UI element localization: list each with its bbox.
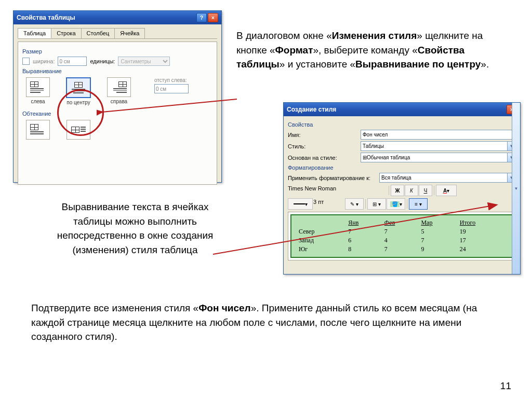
based-on-label: Основан на стиле: xyxy=(288,155,361,161)
align-group-label: Выравнивание xyxy=(22,68,212,74)
tab-cell[interactable]: Ячейка xyxy=(114,28,145,38)
table-icon xyxy=(74,82,83,88)
instruction-text-3: Подтвердите все изменения стиля «Фон чис… xyxy=(31,301,488,344)
tabs: Таблица Строка Столбец Ячейка xyxy=(18,28,217,39)
font-select[interactable]: Times New Roman▼ xyxy=(288,185,366,196)
help-icon[interactable]: ? xyxy=(196,13,207,22)
formatting-toolbar-2: ▾ 3 пт▼ ✎ ▾ ⊞ ▾ 🪣 ▾ ≡ ▾ xyxy=(288,198,516,210)
indent-input[interactable] xyxy=(154,84,189,93)
align-left-option[interactable]: слева xyxy=(22,77,54,104)
apply-to-label: Применить форматирование к: xyxy=(288,175,379,181)
formatting-toolbar-1: Times New Roman▼ ▼ Ж К Ч A ▾ xyxy=(288,185,516,196)
titlebar: Свойства таблицы ? × xyxy=(14,11,221,24)
borders-button[interactable]: ⊞ ▾ xyxy=(367,198,386,210)
tab-row[interactable]: Строка xyxy=(51,28,81,38)
wrap-group-label: Обтекание xyxy=(22,111,212,117)
width-label: ширина: xyxy=(33,58,55,64)
style-label: Стиль: xyxy=(288,143,361,149)
titlebar: Создание стиля × xyxy=(284,103,520,116)
format-group-label: Форматирование xyxy=(288,164,516,171)
italic-button[interactable]: К xyxy=(405,185,418,196)
close-icon[interactable]: × xyxy=(208,13,218,22)
units-select[interactable]: Сантиметры xyxy=(118,57,170,66)
width-checkbox[interactable] xyxy=(22,58,30,65)
cell-align-button[interactable]: ≡ ▾ xyxy=(409,198,428,210)
wrap-none-option[interactable] xyxy=(22,120,54,140)
apply-to-select[interactable]: Вся таблица▼ xyxy=(379,173,516,183)
preview-pane: Янв Фев Мар Итого Север77519 Запад64717 … xyxy=(288,212,516,260)
chevron-down-icon: ▼ xyxy=(512,103,520,274)
table-icon xyxy=(30,81,38,87)
tab-column[interactable]: Столбец xyxy=(81,28,115,38)
instruction-text-1: В диалоговом окне «Изменения стиля» щелк… xyxy=(236,29,512,72)
font-color-button[interactable]: A ▾ xyxy=(436,185,457,196)
border-color-button[interactable]: ✎ ▾ xyxy=(345,198,364,210)
size-select[interactable]: ▼ xyxy=(366,185,387,196)
size-group-label: Размер xyxy=(22,48,212,54)
border-style-select[interactable]: ▾ xyxy=(288,198,313,210)
table-icon xyxy=(118,81,127,87)
create-style-dialog: Создание стиля × Свойства Имя: Фон чисел… xyxy=(283,102,521,275)
border-width-select[interactable]: 3 пт▼ xyxy=(313,199,344,209)
indent-label: отступ слева: xyxy=(154,77,189,83)
instruction-text-2: Выравнивание текста в ячейках таблицы мо… xyxy=(47,200,223,257)
width-input[interactable] xyxy=(58,57,87,66)
align-right-option[interactable]: справа xyxy=(103,77,135,104)
name-input[interactable]: Фон чисел xyxy=(361,130,516,140)
table-icon xyxy=(71,127,79,133)
preview-table: Янв Фев Мар Итого Север77519 Запад64717 … xyxy=(297,218,507,254)
name-label: Имя: xyxy=(288,132,361,138)
bold-button[interactable]: Ж xyxy=(391,185,404,196)
props-group-label: Свойства xyxy=(288,121,516,128)
table-icon xyxy=(30,124,38,130)
based-on-select[interactable]: ⊞ Обычная таблица▼ xyxy=(361,153,516,162)
dialog-title: Свойства таблицы xyxy=(17,14,75,21)
page-number: 11 xyxy=(500,380,511,392)
units-label: единицы: xyxy=(90,58,115,64)
wrap-around-option[interactable] xyxy=(63,120,94,140)
table-properties-dialog: Свойства таблицы ? × Таблица Строка Стол… xyxy=(13,10,222,183)
fill-color-button[interactable]: 🪣 ▾ xyxy=(387,198,405,210)
tab-table[interactable]: Таблица xyxy=(18,28,51,38)
underline-button[interactable]: Ч xyxy=(419,185,432,196)
style-select[interactable]: Таблицы▼ xyxy=(361,141,516,151)
align-center-option[interactable]: по центру xyxy=(63,77,94,105)
dialog-title: Создание стиля xyxy=(287,106,336,113)
